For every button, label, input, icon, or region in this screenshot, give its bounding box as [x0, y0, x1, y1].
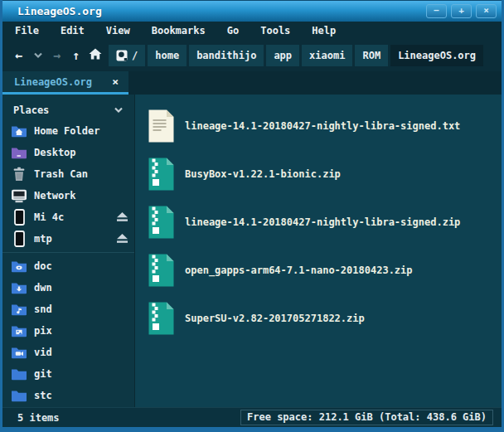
items-count: 5 items [17, 412, 60, 424]
file-name: lineage-14.1-20180427-nightly-libra-sign… [185, 216, 460, 228]
file-list: lineage-14.1-20180427-nightly-libra-sign… [135, 95, 502, 407]
drive-icon [116, 50, 128, 61]
sidebar-item-vid[interactable]: vid [2, 342, 134, 363]
sidebar-item-mtp[interactable]: mtp [2, 228, 134, 250]
up-icon[interactable]: ↑ [66, 48, 85, 63]
file-row[interactable]: lineage-14.1-20180427-nightly-libra-sign… [148, 102, 502, 150]
breadcrumb-xiaomi[interactable]: xiaomi [302, 45, 352, 66]
documents-folder-icon [10, 260, 28, 273]
menu-bookmarks[interactable]: Bookmarks [141, 25, 216, 36]
breadcrumb-rom[interactable]: ROM [355, 45, 388, 66]
history-chevron-icon[interactable] [28, 51, 47, 61]
tab-lineageos[interactable]: LineageOS.org × [2, 71, 128, 95]
file-row[interactable]: open_gapps-arm64-7.1-nano-20180423.zip [148, 246, 502, 294]
breadcrumb-root[interactable]: / [109, 45, 145, 66]
sidebar-item-pix[interactable]: pix [2, 320, 134, 342]
status-bar: 5 items Free space: 212.1 GiB (Total: 43… [2, 407, 502, 427]
tab-close-icon[interactable]: × [112, 75, 119, 88]
sidebar-item-desktop[interactable]: Desktop [2, 142, 134, 163]
archive-file-icon [148, 253, 175, 288]
archive-file-icon [148, 205, 175, 240]
titlebar[interactable]: LineageOS.org − + × [2, 0, 502, 22]
menu-help[interactable]: Help [301, 25, 346, 36]
sidebar-item-trash[interactable]: Trash Can [2, 163, 134, 185]
videos-folder-icon [10, 346, 28, 359]
sidebar-item-home-folder[interactable]: Home Folder [2, 120, 134, 142]
sidebar-item-mi4c[interactable]: Mi 4c [2, 206, 134, 228]
music-folder-icon [10, 303, 28, 316]
folder-icon [10, 367, 28, 381]
free-space: Free space: 212.1 GiB (Total: 438.6 GiB) [240, 410, 493, 425]
pictures-folder-icon [10, 324, 28, 337]
sidebar-item-dwn[interactable]: dwn [2, 277, 134, 299]
main-area: Places Home Folder Desktop Trash Ca [2, 95, 502, 407]
sidebar-item-snd[interactable]: snd [2, 299, 134, 320]
breadcrumb-app[interactable]: app [266, 45, 299, 66]
trash-icon [10, 167, 28, 182]
file-name: open_gapps-arm64-7.1-nano-20180423.zip [185, 265, 413, 276]
places-header[interactable]: Places [2, 100, 134, 120]
sidebar-item-network[interactable]: Network [2, 185, 134, 206]
archive-file-icon [148, 157, 175, 192]
home-icon[interactable] [85, 48, 104, 63]
phone-icon [10, 209, 28, 226]
tab-bar: LineageOS.org × [2, 71, 502, 95]
file-manager-window: LineageOS.org − + × File Edit View Bookm… [0, 0, 504, 432]
toolbar: ← → ↑ / home bandithijo app xiaomi ROM L… [2, 40, 502, 71]
menu-go[interactable]: Go [216, 25, 250, 36]
file-row[interactable]: BusyBox-v1.22.1-bionic.zip [148, 150, 502, 198]
file-name: SuperSU-v2.82-201705271822.zip [185, 313, 365, 324]
menu-file[interactable]: File [4, 25, 50, 36]
folder-icon [10, 389, 28, 402]
tab-label: LineageOS.org [14, 76, 112, 88]
eject-button[interactable] [116, 234, 128, 244]
network-icon [10, 189, 28, 203]
home-folder-icon [10, 124, 28, 138]
text-file-icon [148, 109, 175, 143]
breadcrumb-bandithijo[interactable]: bandithijo [189, 45, 264, 66]
breadcrumb: / home bandithijo app xiaomi ROM Lineage… [109, 45, 483, 66]
back-icon[interactable]: ← [9, 48, 28, 63]
file-row[interactable]: SuperSU-v2.82-201705271822.zip [148, 294, 502, 342]
file-name: lineage-14.1-20180427-nightly-libra-sign… [185, 120, 460, 132]
menubar: File Edit View Bookmarks Go Tools Help [2, 22, 502, 40]
menu-tools[interactable]: Tools [250, 25, 301, 36]
breadcrumb-lineageos[interactable]: LineageOS.org [390, 45, 483, 66]
maximize-button[interactable]: + [451, 4, 472, 18]
menu-edit[interactable]: Edit [50, 25, 95, 36]
archive-file-icon [148, 301, 175, 336]
breadcrumb-home[interactable]: home [148, 45, 187, 66]
chevron-down-icon [114, 107, 124, 114]
minimize-button[interactable]: − [426, 4, 447, 18]
close-button[interactable]: × [476, 4, 497, 18]
file-row[interactable]: lineage-14.1-20180427-nightly-libra-sign… [148, 198, 502, 246]
forward-icon[interactable]: → [47, 48, 66, 63]
downloads-folder-icon [10, 281, 28, 294]
desktop-folder-icon [10, 146, 28, 159]
sidebar-item-git[interactable]: git [2, 363, 134, 385]
sidebar-item-doc[interactable]: doc [2, 255, 134, 277]
places-sidebar: Places Home Folder Desktop Trash Ca [2, 95, 135, 407]
sidebar-separator [2, 252, 134, 253]
window-title: LineageOS.org [17, 5, 422, 17]
sidebar-item-stc[interactable]: stc [2, 385, 134, 406]
file-name: BusyBox-v1.22.1-bionic.zip [185, 168, 341, 180]
menu-view[interactable]: View [95, 25, 141, 36]
phone-icon [10, 231, 28, 247]
eject-button[interactable] [116, 212, 128, 222]
